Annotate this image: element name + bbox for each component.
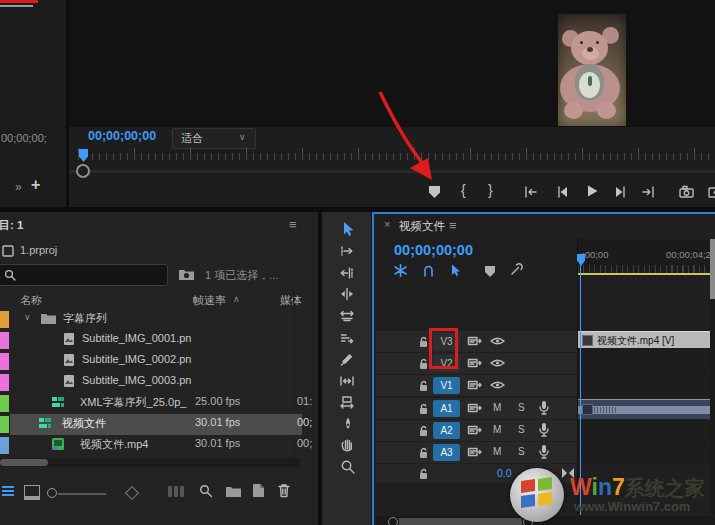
- pen-tool[interactable]: [340, 416, 356, 432]
- list-item[interactable]: XML字幕序列_25.0p_: [80, 395, 186, 410]
- eye-icon[interactable]: [490, 380, 505, 390]
- scrub-handle[interactable]: [76, 164, 90, 178]
- lock-icon[interactable]: [418, 402, 429, 415]
- fit-dropdown[interactable]: 适合 ∨: [172, 128, 256, 149]
- list-item[interactable]: 视频文件.mp4: [80, 437, 148, 452]
- scrollbar-thumb[interactable]: [0, 459, 48, 466]
- eye-icon[interactable]: [490, 358, 505, 368]
- mark-out-button[interactable]: }: [488, 182, 493, 198]
- label-swatch[interactable]: [0, 332, 9, 349]
- label-swatch[interactable]: [0, 437, 9, 454]
- timeline-tab[interactable]: 视频文件: [399, 219, 445, 234]
- audio-clip[interactable]: [578, 399, 715, 419]
- snap-toggle-icon[interactable]: [421, 263, 436, 278]
- zoom-slider-track[interactable]: [58, 493, 106, 495]
- adjust-icon[interactable]: [125, 486, 139, 500]
- solo-button[interactable]: S: [518, 424, 525, 435]
- lock-icon[interactable]: [418, 335, 429, 348]
- timeline-settings-wrench-icon[interactable]: [508, 262, 524, 278]
- bin-icon[interactable]: [178, 267, 195, 281]
- icon-view-button[interactable]: [24, 485, 40, 500]
- solo-button[interactable]: S: [518, 446, 525, 457]
- track-row-v2[interactable]: [578, 353, 713, 374]
- lock-icon[interactable]: [418, 446, 429, 459]
- trash-button[interactable]: [277, 483, 291, 498]
- scrollbar-thumb[interactable]: [399, 518, 522, 525]
- export-frame-button[interactable]: [678, 184, 696, 200]
- sync-lock-icon[interactable]: [467, 335, 482, 347]
- track-row-a2[interactable]: [578, 420, 713, 441]
- label-swatch[interactable]: [0, 311, 9, 328]
- zoom-tool[interactable]: [340, 459, 356, 475]
- play-button[interactable]: [584, 183, 600, 199]
- track-target-a2[interactable]: A2: [433, 422, 460, 439]
- mic-icon[interactable]: [538, 422, 550, 438]
- razor-tool[interactable]: [339, 351, 355, 367]
- remix-tool[interactable]: [339, 330, 355, 346]
- mute-button[interactable]: M: [493, 402, 501, 413]
- work-area-bar[interactable]: [578, 273, 715, 275]
- project-file-name[interactable]: 1.prproj: [20, 244, 57, 256]
- list-item[interactable]: Subtitle_IMG_0001.pn: [82, 332, 191, 344]
- program-timecode[interactable]: 00;00;00;00: [88, 129, 156, 143]
- slip-tool[interactable]: [339, 373, 355, 389]
- mic-icon[interactable]: [538, 400, 550, 416]
- mic-icon[interactable]: [538, 444, 550, 460]
- column-header-framerate[interactable]: 帧速率: [193, 293, 226, 308]
- step-back-button[interactable]: [555, 184, 571, 200]
- list-item[interactable]: 字幕序列: [63, 311, 107, 326]
- lock-icon[interactable]: [418, 424, 429, 437]
- hand-tool[interactable]: [339, 437, 355, 453]
- search-input[interactable]: [0, 264, 168, 286]
- slide-tool[interactable]: [339, 394, 355, 410]
- track-target-a1[interactable]: A1: [433, 400, 460, 417]
- list-item[interactable]: Subtitle_IMG_0003.pn: [82, 374, 191, 386]
- column-header-media[interactable]: 媒体: [280, 293, 302, 308]
- panel-menu-icon[interactable]: ≡: [449, 218, 457, 233]
- sync-lock-icon[interactable]: [467, 357, 482, 369]
- track-row-a3[interactable]: [578, 442, 713, 463]
- monitor-playhead-icon[interactable]: [79, 149, 88, 162]
- rate-stretch-tool[interactable]: [339, 308, 355, 324]
- eye-icon[interactable]: [490, 336, 505, 346]
- lock-icon[interactable]: [418, 379, 429, 392]
- selection-tool[interactable]: [339, 221, 355, 237]
- track-target-v1[interactable]: V1: [433, 377, 460, 394]
- sync-lock-icon[interactable]: [467, 424, 482, 436]
- close-icon[interactable]: ×: [384, 218, 390, 230]
- timeline-ruler[interactable]: ;00;00 00;00;04;2: [578, 239, 715, 274]
- step-forward-button[interactable]: [612, 184, 628, 200]
- nest-toggle-icon[interactable]: [393, 263, 408, 278]
- sync-lock-icon[interactable]: [467, 379, 482, 391]
- label-swatch[interactable]: [0, 374, 9, 391]
- mute-button[interactable]: M: [493, 424, 501, 435]
- add-button[interactable]: +: [31, 176, 40, 194]
- label-swatch[interactable]: [0, 395, 9, 412]
- sync-lock-icon[interactable]: [467, 446, 482, 458]
- track-select-forward-tool[interactable]: [339, 243, 355, 259]
- timeline-timecode[interactable]: 00;00;00;00: [394, 242, 473, 258]
- find-button[interactable]: [199, 484, 213, 498]
- lock-icon[interactable]: [418, 467, 429, 480]
- scrollbar-thumb[interactable]: [710, 239, 715, 299]
- new-item-button[interactable]: [252, 483, 265, 498]
- project-hscrollbar[interactable]: [0, 458, 300, 467]
- track-row-v1[interactable]: [578, 375, 713, 396]
- go-to-in-button[interactable]: [523, 184, 539, 200]
- solo-button[interactable]: S: [518, 402, 525, 413]
- project-tab[interactable]: 项目: 1: [0, 218, 23, 233]
- track-target-a3[interactable]: A3: [433, 444, 460, 461]
- list-item-selected[interactable]: 视频文件: [62, 416, 106, 431]
- sync-lock-icon[interactable]: [467, 402, 482, 414]
- folder-chevron-icon[interactable]: ∨: [24, 312, 31, 322]
- lock-icon[interactable]: [418, 357, 429, 370]
- go-to-out-button[interactable]: [640, 184, 656, 200]
- rolling-edit-tool[interactable]: [339, 286, 355, 302]
- column-header-name[interactable]: 名称: [20, 293, 42, 308]
- label-swatch[interactable]: [0, 416, 9, 433]
- timeline-marker-icon[interactable]: [485, 266, 495, 277]
- panel-menu-icon[interactable]: ≡: [289, 217, 297, 232]
- expand-chevrons-icon[interactable]: »: [15, 180, 22, 194]
- mute-button[interactable]: M: [493, 446, 501, 457]
- video-clip[interactable]: 视频文件.mp4 [V]: [578, 331, 715, 348]
